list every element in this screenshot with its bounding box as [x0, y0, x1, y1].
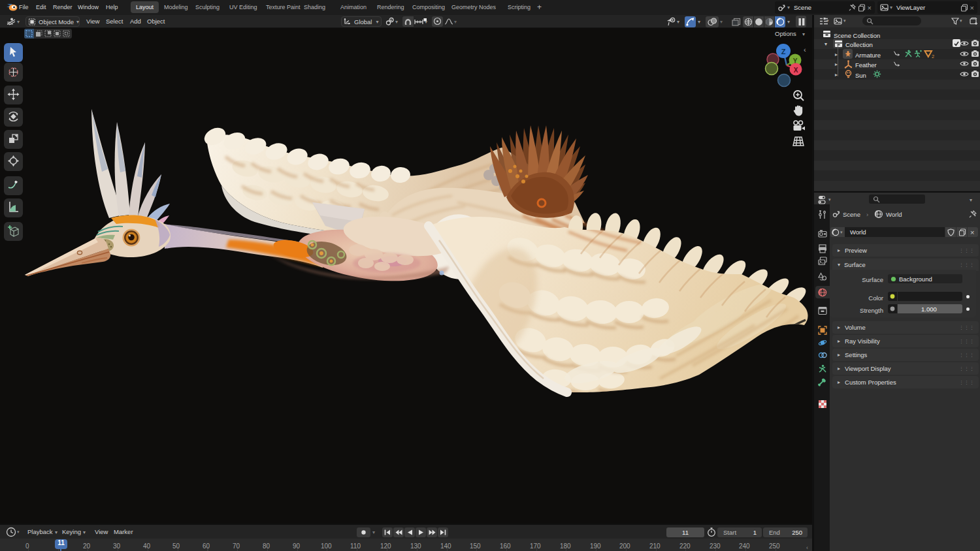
svg-text:Z: Z — [781, 48, 786, 55]
svg-text:X: X — [794, 67, 798, 74]
svg-text:2: 2 — [932, 54, 934, 59]
